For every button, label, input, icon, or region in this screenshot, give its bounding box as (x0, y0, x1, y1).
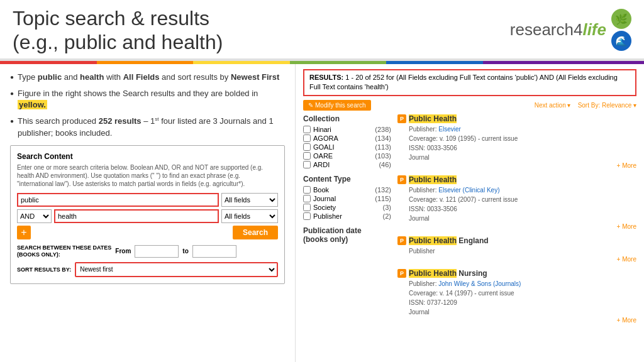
results-top-bar: ✎ Modify this search Next action ▾ Sort … (303, 100, 636, 111)
facet-collection: Collection Hinari (238) AGORA (134) GOAL… (303, 114, 391, 168)
facet-book-checkbox[interactable] (303, 186, 311, 194)
logo-icon-blue: 🌊 (611, 31, 631, 51)
modify-btn-label: Modify this search (315, 102, 366, 109)
facet-journal-label: Journal (313, 195, 336, 202)
result-2-more-link[interactable]: + More (617, 223, 636, 230)
result-2-publisher-link[interactable]: Elsevier (Clinical Key) (438, 187, 499, 194)
result-3-more: + More (397, 256, 636, 263)
result-1-publisher-link[interactable]: Elsevier (438, 126, 461, 133)
logo-area: research4life 🌿 🌊 (510, 6, 631, 51)
result-4-more-link[interactable]: + More (617, 317, 636, 324)
facet-ardi: ARDI (46) (303, 161, 391, 168)
facet-book-count: (132) (375, 186, 391, 194)
facet-oare-count: (103) (375, 152, 391, 160)
search-actions-row: + Search (17, 226, 278, 239)
logo-text: research4life (510, 20, 606, 40)
modify-search-button[interactable]: ✎ Modify this search (303, 100, 371, 111)
result-item-4: P Public Health Nursing Publisher: John … (397, 269, 636, 324)
result-item-1: P Public Health Publisher: Elsevier Cove… (397, 114, 636, 169)
result-2-more: + More (397, 223, 636, 230)
result-1-more: + More (397, 162, 636, 169)
sort-select[interactable]: Newest first Oldest first Relevance (76, 263, 277, 276)
facet-goali: GOALI (113) (303, 143, 391, 151)
result-item-3: P Public Health England Publisher + More (397, 236, 636, 263)
facet-content-type: Content Type Book (132) Journal (115) So… (303, 175, 391, 220)
dates-label: SEARCH BETWEEN THESE DATES(BOOKS ONLY): (17, 244, 111, 258)
date-from-input[interactable] (135, 245, 179, 258)
field-select-2[interactable]: All fields (221, 209, 278, 223)
search-input-1[interactable] (17, 193, 219, 207)
date-to-input[interactable] (192, 245, 236, 258)
result-3-title: Public Health England (409, 236, 489, 245)
left-panel: Type public and health with All Fields a… (0, 64, 296, 362)
two-col-layout: Collection Hinari (238) AGORA (134) GOAL… (303, 114, 636, 330)
facet-hinari-checkbox[interactable] (303, 126, 311, 133)
facet-society-checkbox[interactable] (303, 204, 311, 211)
facet-ardi-checkbox[interactable] (303, 161, 311, 168)
page-title: Topic search & results (e.g., public and… (13, 6, 223, 55)
facet-goali-checkbox[interactable] (303, 143, 311, 151)
sort-links: Next action ▾ Sort By: Relevance ▾ (535, 102, 636, 109)
facet-book-label: Book (313, 186, 329, 194)
facet-journal-checkbox[interactable] (303, 195, 311, 202)
results-column: P Public Health Publisher: Elsevier Cove… (397, 114, 636, 330)
facet-oare-checkbox[interactable] (303, 152, 311, 160)
sort-label: SORT RESULTS BY: (17, 266, 71, 273)
result-3-more-link[interactable]: + More (617, 256, 636, 263)
facet-pub-date-title: Publication date(books only) (303, 226, 391, 244)
next-action-link[interactable]: Next action ▾ (535, 102, 571, 109)
result-1-badge: P (397, 114, 406, 123)
result-2-meta: Publisher: Elsevier (Clinical Key) Cover… (397, 185, 636, 223)
dates-row: SEARCH BETWEEN THESE DATES(BOOKS ONLY): … (17, 244, 278, 258)
results-detail: 1 - 20 of 252 for (All Fields excluding … (309, 74, 618, 90)
facet-pub-date: Publication date(books only) (303, 226, 391, 244)
result-4-title: Public Health Nursing (409, 269, 487, 278)
field-select-1[interactable]: All fields (221, 193, 278, 207)
search-row-2: AND OR NOT All fields (17, 209, 278, 223)
result-1-meta: Publisher: Elsevier Coverage: v. 109 (19… (397, 124, 636, 162)
sort-select-container: Newest first Oldest first Relevance (75, 262, 278, 277)
search-content-desc: Enter one or more search criteria below.… (17, 163, 278, 188)
result-1-title-row: P Public Health (397, 114, 636, 123)
facet-book: Book (132) (303, 186, 391, 194)
bullet-2: Figure in the right shows the Search res… (18, 88, 285, 111)
result-3-badge: P (397, 236, 406, 245)
result-1-more-link[interactable]: + More (617, 162, 636, 169)
result-item-2: P Public Health Publisher: Elsevier (Cli… (397, 175, 636, 230)
right-panel: RESULTS: 1 - 20 of 252 for (All Fields e… (296, 64, 644, 362)
facet-journal-count: (115) (375, 195, 391, 202)
add-row-button[interactable]: + (17, 226, 31, 239)
facet-goali-label: GOALI (313, 143, 335, 151)
facet-agora-label: AGORA (313, 134, 338, 142)
search-button[interactable]: Search (233, 226, 278, 239)
logo-life: life (582, 20, 606, 39)
instruction-item-1: Type public and health with All Fields a… (10, 72, 285, 83)
facet-oare: OARE (103) (303, 152, 391, 160)
search-input-2[interactable] (54, 209, 219, 223)
instruction-item-3: This search produced 252 results – 1st f… (10, 116, 285, 139)
result-2-badge: P (397, 175, 406, 184)
facet-journal: Journal (115) (303, 195, 391, 202)
facet-publisher-label: Publisher (313, 212, 342, 220)
instruction-list: Type public and health with All Fields a… (10, 72, 285, 139)
result-4-title-row: P Public Health Nursing (397, 269, 636, 278)
facets-column: Collection Hinari (238) AGORA (134) GOAL… (303, 114, 391, 330)
logo-research: research4 (510, 20, 583, 39)
result-4-meta: Publisher: John Wiley & Sons (Journals) … (397, 279, 636, 317)
facet-publisher: Publisher (2) (303, 212, 391, 220)
sort-by-link[interactable]: Sort By: Relevance ▾ (578, 102, 636, 109)
facet-society-label: Society (313, 204, 336, 211)
facet-publisher-count: (2) (383, 212, 391, 220)
result-2-title: Public Health (409, 175, 457, 184)
result-4-publisher-link[interactable]: John Wiley & Sons (Journals) (438, 280, 521, 287)
facet-ardi-count: (46) (379, 161, 391, 168)
facet-agora: AGORA (134) (303, 134, 391, 142)
facet-oare-label: OARE (313, 152, 333, 160)
results-label: RESULTS: (309, 74, 343, 81)
operator-select[interactable]: AND OR NOT (17, 209, 52, 223)
facet-publisher-checkbox[interactable] (303, 212, 311, 220)
result-3-title-row: P Public Health England (397, 236, 636, 245)
facet-agora-checkbox[interactable] (303, 134, 311, 142)
logo-icon-green: 🌿 (611, 9, 631, 29)
result-1-title: Public Health (409, 114, 457, 123)
